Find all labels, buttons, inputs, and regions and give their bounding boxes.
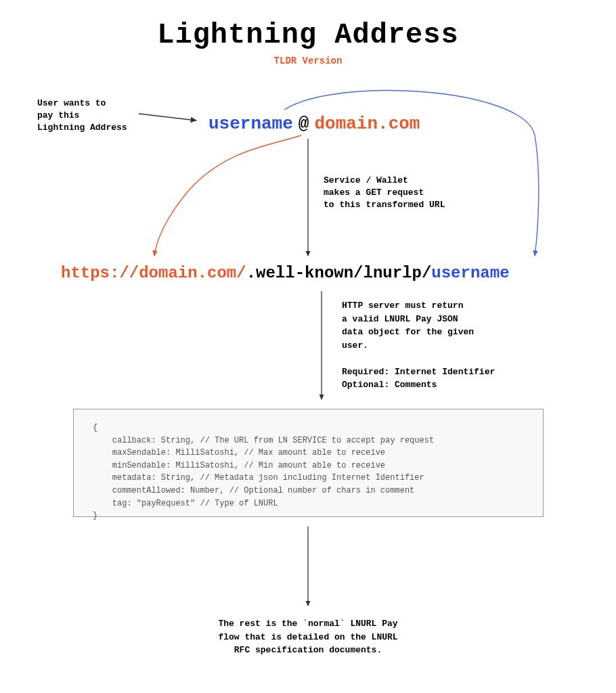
arrow-domain-to-url-domain: [154, 135, 301, 256]
diagram-title: Lightning Address: [0, 19, 616, 51]
address-username: username: [208, 114, 293, 134]
lightning-address: username@domain.com: [208, 114, 420, 134]
transformed-url: https://domain.com/.well-known/lnurlp/us…: [61, 264, 510, 282]
user-wants-text: User wants to pay this Lightning Address: [37, 97, 127, 135]
server-return-text: HTTP server must return a valid LNURL Pa…: [342, 299, 495, 392]
footer-text: The rest is the `normal` LNURL Pay flow …: [0, 617, 616, 657]
arrow-user-to-address: [139, 114, 196, 120]
url-path: .well-known/lnurlp/: [246, 264, 432, 282]
address-domain: domain.com: [314, 114, 420, 134]
address-at-symbol: @: [293, 114, 315, 134]
diagram-subtitle: TLDR Version: [0, 55, 616, 66]
json-code-block: { callback: String, // The URL from LN S…: [73, 409, 544, 517]
url-scheme-domain: https://domain.com/: [61, 264, 246, 282]
get-request-text: Service / Wallet makes a GET request to …: [324, 175, 445, 212]
url-username: username: [431, 264, 509, 282]
